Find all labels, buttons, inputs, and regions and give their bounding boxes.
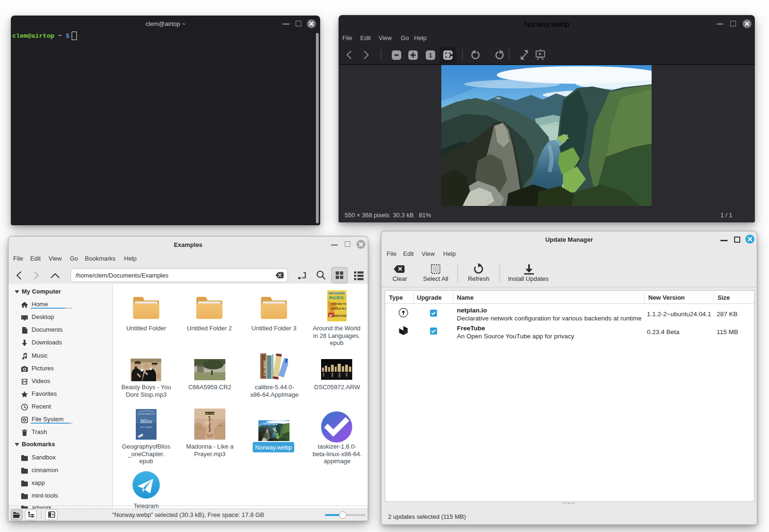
svg-text:LANGUAGES: LANGUAGES [332, 314, 347, 317]
svg-text:Bliss: Bliss [140, 417, 152, 425]
svg-text:1: 1 [429, 52, 432, 59]
svg-text:CALIBRE: CALIBRE [263, 360, 267, 376]
svg-text:MADONNA: MADONNA [205, 412, 215, 415]
svg-text:WORLD IN 28: WORLD IN 28 [331, 307, 347, 310]
svg-text:PACIFIC: PACIFIC [329, 296, 344, 300]
svg-text:ERIC WEINER: ERIC WEINER [140, 426, 153, 428]
svg-text:AROUND THE: AROUND THE [331, 303, 347, 305]
svg-text:THE GEOGRAPHY OF: THE GEOGRAPHY OF [138, 413, 155, 415]
svg-text:INFOGRID: INFOGRID [328, 291, 345, 295]
